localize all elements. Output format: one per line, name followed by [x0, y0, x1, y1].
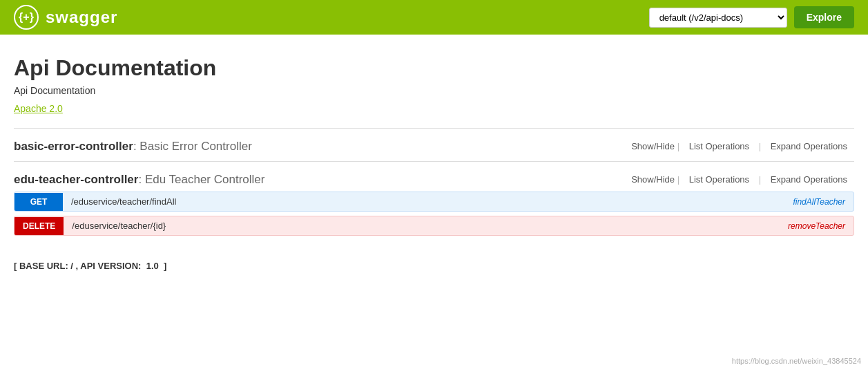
controller-title-basic-error: basic-error-controller: Basic Error Cont…: [14, 140, 252, 154]
controller-actions-basic-error: Show/Hide | List Operations | Expand Ope…: [631, 138, 854, 154]
operation-row-get-findall[interactable]: GET /eduservice/teacher/findAll findAllT…: [14, 192, 854, 212]
operation-nickname-delete-teacher: removeTeacher: [780, 217, 853, 235]
controller-name-prefix-edu: edu-teacher-controller: [14, 173, 138, 186]
operation-path-findall: /eduservice/teacher/findAll: [63, 192, 784, 211]
show-hide-edu-teacher[interactable]: Show/Hide: [631, 174, 675, 185]
controller-name-suffix: : Basic Error Controller: [133, 140, 252, 153]
list-operations-basic-error[interactable]: List Operations: [682, 138, 756, 154]
method-badge-get: GET: [15, 193, 63, 211]
expand-operations-edu-teacher[interactable]: Expand Operations: [764, 171, 854, 187]
operation-nickname-findall: findAllTeacher: [784, 193, 853, 211]
url-select[interactable]: default (/v2/api-docs): [649, 8, 787, 28]
expand-operations-basic-error[interactable]: Expand Operations: [764, 138, 854, 154]
controller-header-edu-teacher: edu-teacher-controller: Edu Teacher Cont…: [14, 171, 854, 187]
controller-actions-edu-teacher: Show/Hide | List Operations | Expand Ope…: [631, 171, 854, 187]
controller-title-edu-teacher: edu-teacher-controller: Edu Teacher Cont…: [14, 173, 264, 187]
footer-end: ]: [164, 261, 166, 271]
api-title: Api Documentation: [14, 55, 854, 81]
logo-icon: {+}: [14, 5, 39, 30]
footer-version: 1.0: [146, 261, 159, 271]
operation-path-delete-teacher: /eduservice/teacher/{id}: [64, 216, 780, 235]
app-header: {+} swagger default (/v2/api-docs) Explo…: [0, 0, 868, 35]
method-badge-delete: DELETE: [15, 217, 64, 235]
footer-base-label: [ BASE URL: / , API VERSION:: [14, 261, 141, 271]
logo-text: swagger: [46, 8, 117, 27]
controller-header-basic-error: basic-error-controller: Basic Error Cont…: [14, 138, 854, 154]
controller-section-basic-error: basic-error-controller: Basic Error Cont…: [14, 128, 854, 161]
api-subtitle: Api Documentation: [14, 85, 854, 96]
header-right: default (/v2/api-docs) Explore: [649, 6, 854, 28]
logo-container: {+} swagger: [14, 5, 117, 30]
main-content: Api Documentation Api Documentation Apac…: [0, 35, 868, 285]
controller-name-prefix: basic-error-controller: [14, 140, 133, 153]
controller-name-suffix-edu: : Edu Teacher Controller: [138, 173, 264, 186]
controller-section-edu-teacher: edu-teacher-controller: Edu Teacher Cont…: [14, 161, 854, 247]
operation-row-delete-teacher[interactable]: DELETE /eduservice/teacher/{id} removeTe…: [14, 216, 854, 236]
list-operations-edu-teacher[interactable]: List Operations: [682, 171, 756, 187]
license-link[interactable]: Apache 2.0: [14, 103, 63, 114]
explore-button[interactable]: Explore: [794, 6, 854, 28]
footer-info: [ BASE URL: / , API VERSION: 1.0 ]: [14, 261, 854, 271]
show-hide-basic-error[interactable]: Show/Hide: [631, 141, 675, 151]
